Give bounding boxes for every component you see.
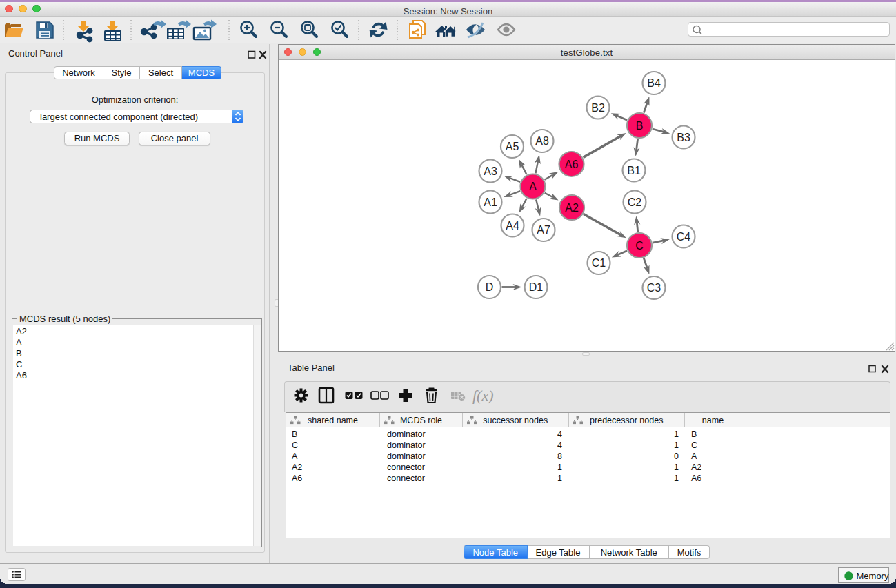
svg-text:B: B (636, 120, 644, 132)
svg-text:A4: A4 (506, 220, 519, 232)
svg-text:A: A (529, 181, 537, 192)
svg-text:D1: D1 (529, 281, 544, 293)
svg-text:B1: B1 (627, 165, 641, 176)
svg-text:B2: B2 (591, 102, 605, 114)
svg-text:A3: A3 (484, 165, 497, 177)
svg-text:D: D (486, 281, 494, 293)
svg-text:A6: A6 (565, 159, 579, 170)
svg-text:A7: A7 (537, 224, 550, 236)
svg-text:A5: A5 (506, 141, 519, 152)
svg-text:A1: A1 (484, 196, 497, 208)
svg-text:C4: C4 (677, 231, 691, 243)
svg-text:C3: C3 (647, 282, 661, 294)
svg-text:B4: B4 (647, 77, 661, 89)
svg-text:A2: A2 (565, 202, 579, 214)
svg-text:A8: A8 (535, 135, 549, 147)
svg-text:f(x): f(x) (472, 387, 494, 404)
svg-text:B3: B3 (677, 132, 690, 143)
svg-text:C2: C2 (628, 196, 642, 208)
svg-text:C1: C1 (592, 257, 606, 269)
svg-text:C: C (635, 240, 644, 252)
